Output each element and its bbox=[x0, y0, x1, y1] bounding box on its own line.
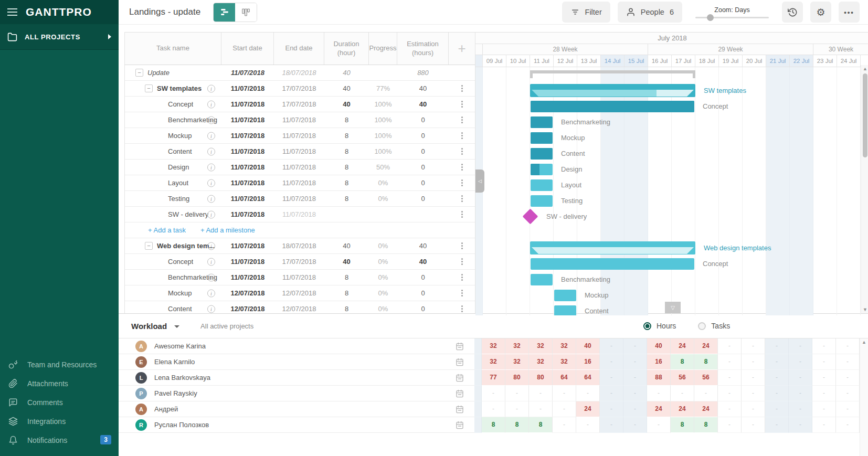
info-icon[interactable]: i bbox=[207, 84, 215, 92]
gantt-task-bar[interactable] bbox=[531, 195, 553, 207]
start-date-cell[interactable]: 11/07/2018 bbox=[221, 191, 274, 206]
tasks-radio[interactable]: Tasks bbox=[698, 322, 730, 330]
task-row[interactable]: Contenti12/07/201812/07/201880%0 bbox=[125, 301, 475, 313]
info-icon[interactable]: i bbox=[207, 195, 215, 203]
task-name-cell[interactable]: Contenti bbox=[125, 301, 221, 313]
row-menu-kebab-icon[interactable] bbox=[459, 146, 465, 157]
task-row[interactable]: Benchmarketingi11/07/201811/07/201880%0 bbox=[125, 270, 475, 285]
start-date-cell[interactable]: 11/07/2018 bbox=[221, 144, 274, 159]
gantt-summary-bracket[interactable] bbox=[530, 69, 695, 78]
end-date-cell[interactable]: 11/07/2018 bbox=[274, 207, 324, 222]
end-date-cell[interactable]: 12/07/2018 bbox=[274, 285, 324, 301]
task-name-cell[interactable]: −Update bbox=[125, 65, 221, 80]
end-date-cell[interactable]: 18/07/2018 bbox=[274, 238, 324, 253]
task-name-cell[interactable]: Benchmarketingi bbox=[125, 112, 221, 128]
task-name-cell[interactable]: Mockupi bbox=[125, 128, 221, 143]
estimation-cell[interactable]: 0 bbox=[397, 128, 449, 143]
add-task-link[interactable]: + Add a task bbox=[148, 226, 186, 234]
duration-cell[interactable]: 40 bbox=[324, 81, 369, 96]
progress-cell[interactable]: 100% bbox=[369, 144, 397, 159]
duration-cell[interactable]: 8 bbox=[324, 160, 369, 175]
gantt-task-bar[interactable] bbox=[531, 258, 694, 270]
task-row[interactable]: −SW templatesi11/07/201817/07/20184077%4… bbox=[125, 81, 475, 97]
calendar-icon[interactable] bbox=[456, 358, 464, 366]
progress-cell[interactable]: 100% bbox=[369, 97, 397, 112]
estimation-cell[interactable]: 0 bbox=[397, 112, 449, 128]
add-column-button[interactable]: + bbox=[449, 33, 475, 65]
row-menu-kebab-icon[interactable] bbox=[459, 99, 465, 110]
sidebar-item-team-and-resources[interactable]: Team and Resources bbox=[0, 355, 119, 374]
duration-cell[interactable]: 40 bbox=[324, 65, 369, 80]
start-date-cell[interactable]: 11/07/2018 bbox=[221, 112, 274, 128]
start-date-cell[interactable]: 11/07/2018 bbox=[221, 270, 274, 285]
end-date-cell[interactable]: 17/07/2018 bbox=[274, 254, 324, 269]
task-row[interactable]: Testingi11/07/201811/07/201880%0 bbox=[125, 191, 475, 207]
sidebar-item-attachments[interactable]: Attachments bbox=[0, 374, 119, 393]
scrollbar-up-arrow[interactable]: ▲ bbox=[861, 65, 868, 72]
estimation-cell[interactable]: 0 bbox=[397, 285, 449, 301]
info-icon[interactable]: i bbox=[207, 163, 215, 171]
sidebar-item-comments[interactable]: Comments bbox=[0, 393, 119, 412]
task-row[interactable]: −Web design tem...i11/07/201818/07/20184… bbox=[125, 238, 475, 254]
estimation-cell[interactable]: 0 bbox=[397, 144, 449, 159]
zoom-slider-thumb[interactable] bbox=[707, 14, 714, 21]
task-row[interactable]: Concepti11/07/201817/07/2018400%40 bbox=[125, 254, 475, 270]
collapse-toggle[interactable]: − bbox=[145, 242, 153, 250]
gantt-task-bar[interactable] bbox=[531, 101, 694, 112]
duration-cell[interactable]: 8 bbox=[324, 191, 369, 206]
workload-scroll-up-arrow[interactable]: ▲ bbox=[860, 338, 868, 346]
duration-cell[interactable]: 40 bbox=[324, 97, 369, 112]
gantt-summary-bar[interactable] bbox=[530, 241, 695, 254]
gantt-task-bar[interactable] bbox=[531, 132, 553, 144]
info-icon[interactable]: i bbox=[207, 305, 215, 313]
board-view-button[interactable] bbox=[235, 3, 257, 22]
task-name-cell[interactable]: Contenti bbox=[125, 144, 221, 159]
start-date-cell[interactable]: 11/07/2018 bbox=[221, 97, 274, 112]
task-row[interactable]: Contenti11/07/201811/07/20188100%0 bbox=[125, 144, 475, 160]
duration-cell[interactable]: 8 bbox=[324, 285, 369, 301]
column-header-name[interactable]: Task name bbox=[125, 33, 221, 65]
people-button[interactable]: People 6 bbox=[618, 2, 682, 23]
info-icon[interactable]: i bbox=[207, 242, 215, 250]
estimation-cell[interactable]: 0 bbox=[397, 160, 449, 175]
gantt-task-bar[interactable] bbox=[531, 148, 553, 160]
start-date-cell[interactable]: 12/07/2018 bbox=[221, 301, 274, 313]
calendar-icon[interactable] bbox=[456, 374, 464, 382]
info-icon[interactable]: i bbox=[207, 210, 215, 218]
info-icon[interactable]: i bbox=[207, 289, 215, 297]
estimation-cell[interactable]: 0 bbox=[397, 175, 449, 190]
start-date-cell[interactable]: 11/07/2018 bbox=[221, 238, 274, 253]
collapse-toggle[interactable]: − bbox=[145, 84, 153, 92]
column-header-est[interactable]: Estimation (hours) bbox=[397, 33, 449, 65]
end-date-cell[interactable]: 11/07/2018 bbox=[274, 144, 324, 159]
calendar-icon[interactable] bbox=[456, 342, 464, 351]
gantt-vertical-scrollbar[interactable]: ▲ ▼ bbox=[861, 65, 868, 313]
duration-cell[interactable]: 40 bbox=[324, 254, 369, 269]
settings-button[interactable]: ⚙ bbox=[810, 2, 831, 23]
end-date-cell[interactable]: 11/07/2018 bbox=[274, 175, 324, 190]
task-name-cell[interactable]: Concepti bbox=[125, 254, 221, 269]
duration-cell[interactable]: 8 bbox=[324, 144, 369, 159]
info-icon[interactable]: i bbox=[207, 147, 215, 155]
start-date-cell[interactable]: 11/07/2018 bbox=[221, 254, 274, 269]
start-date-cell[interactable]: 11/07/2018 bbox=[221, 160, 274, 175]
add-milestone-link[interactable]: + Add a milestone bbox=[200, 226, 255, 234]
row-menu-kebab-icon[interactable] bbox=[459, 303, 465, 313]
filter-button[interactable]: Filter bbox=[562, 2, 610, 23]
duration-cell[interactable]: 8 bbox=[324, 112, 369, 128]
grid-collapse-handle[interactable]: ◁ bbox=[475, 169, 484, 193]
hamburger-menu-icon[interactable] bbox=[7, 8, 17, 16]
start-date-cell[interactable]: 11/07/2018 bbox=[221, 81, 274, 96]
info-icon[interactable]: i bbox=[207, 273, 215, 281]
task-name-cell[interactable]: Benchmarketingi bbox=[125, 270, 221, 285]
progress-cell[interactable]: 0% bbox=[369, 301, 397, 313]
task-name-cell[interactable]: Layouti bbox=[125, 175, 221, 190]
progress-cell[interactable]: 0% bbox=[369, 175, 397, 190]
start-date-cell[interactable]: 11/07/2018 bbox=[221, 65, 274, 80]
task-row[interactable]: Mockupi12/07/201812/07/201880%0 bbox=[125, 285, 475, 301]
progress-cell[interactable]: 77% bbox=[369, 81, 397, 96]
start-date-cell[interactable]: 11/07/2018 bbox=[221, 207, 274, 222]
task-name-cell[interactable]: Concepti bbox=[125, 97, 221, 112]
end-date-cell[interactable]: 17/07/2018 bbox=[274, 81, 324, 96]
progress-cell[interactable] bbox=[369, 207, 397, 222]
